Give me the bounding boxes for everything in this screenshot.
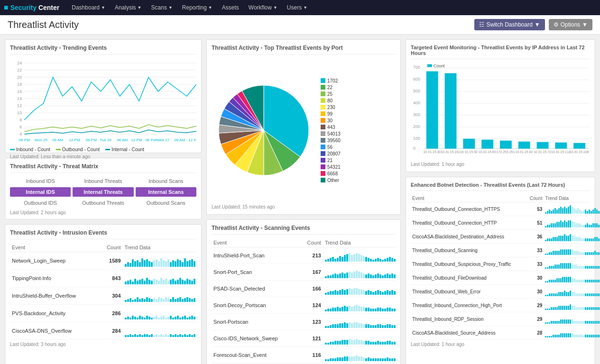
legend-internal: Internal - Count xyxy=(105,147,144,152)
botnet-last-updated: Last Updated: 1 hour ago xyxy=(411,342,590,347)
ip-monitoring-panel: Targeted Event Monitoring - Threatlist E… xyxy=(406,39,595,172)
brand-center: Center xyxy=(38,4,59,11)
scans-caret: ▼ xyxy=(168,5,173,10)
intrusion-trend xyxy=(123,270,196,287)
svg-rect-62 xyxy=(518,142,530,149)
pie-legend-item: 39560 xyxy=(321,138,396,143)
intrusion-row: Network_Login_Sweep 1589 xyxy=(10,252,196,270)
legend-outbound: Outbound - Count xyxy=(56,147,100,152)
pie-color-10 xyxy=(321,145,325,149)
botnet-event-name: Threatlist_Outbound_FileDownload xyxy=(411,271,526,285)
scanning-table: Event Count Trend Data IntruShield-Port_… xyxy=(212,238,396,364)
svg-text:20: 20 xyxy=(17,75,22,80)
pie-color-7 xyxy=(321,125,325,129)
matrix-internal-ids-button[interactable]: Internal IDS xyxy=(10,187,71,197)
pie-color-14 xyxy=(321,171,325,176)
scanning-row: PSAD-Scan_Detected 166 xyxy=(212,281,396,297)
scanning-event-name: Snort-Decoy_Portscan xyxy=(212,297,300,314)
svg-rect-54 xyxy=(445,73,457,148)
navbar: ■ SecurityCenter Dashboard ▼ Analysis ▼ … xyxy=(0,0,600,15)
botnet-count: 33 xyxy=(526,244,544,257)
botnet-count: 53 xyxy=(526,202,544,216)
botnet-detection-panel: Enhanced Botnet Detection - Threatlist E… xyxy=(406,177,595,364)
top-events-last-updated: Last Updated: 15 minutes ago xyxy=(212,204,396,209)
svg-rect-56 xyxy=(463,139,475,149)
pie-legend-item: 21 xyxy=(321,158,396,163)
svg-text:12 PM: 12 PM xyxy=(188,138,196,142)
svg-rect-68 xyxy=(573,143,585,149)
intrusion-trend xyxy=(123,252,196,270)
trending-last-updated: Last Updated: Less than a minute ago xyxy=(10,154,196,159)
inbound-color xyxy=(10,149,15,150)
ip-monitoring-title: Targeted Event Monitoring - Threatlist E… xyxy=(411,45,590,59)
pie-color-4 xyxy=(321,105,325,109)
pie-legend-item: 6668 xyxy=(321,171,396,176)
nav-dashboard[interactable]: Dashboard ▼ xyxy=(67,0,110,15)
botnet-event-name: Threatlist_Outbound_Suspicious_Proxy_Tra… xyxy=(411,257,526,271)
botnet-row: Threatlist_Inbound_RDP_Session 29 xyxy=(411,312,590,326)
bar-chart-svg: 700 600 500 400 300 200 100 0 xyxy=(411,63,590,158)
nav-scans[interactable]: Scans ▼ xyxy=(147,0,177,15)
svg-text:172.253.251: 172.253.251 xyxy=(497,150,515,154)
intrusion-trend xyxy=(123,322,196,340)
users-caret: ▼ xyxy=(303,5,307,10)
botnet-event-name: CiscoASA-Blacklisted_Source_Address xyxy=(411,326,526,340)
scanning-row: Snort-Decoy_Portscan 124 xyxy=(212,297,396,314)
scanning-count: 167 xyxy=(300,264,323,281)
svg-rect-52 xyxy=(426,71,438,148)
svg-text:06 AM: 06 AM xyxy=(52,138,63,142)
intrusion-events-title: Threatlist Activity - Intrusion Events xyxy=(10,229,196,239)
main-content: Threatlist Activity - Trending Events xyxy=(0,35,600,364)
options-button[interactable]: ⚙ Options ▼ xyxy=(549,19,592,30)
svg-text:06 PM: 06 PM xyxy=(146,138,157,142)
top-events-panel: Threatlist Activity - Top Threatlist Eve… xyxy=(206,39,401,215)
nav-workflow[interactable]: Workflow ▼ xyxy=(244,0,282,15)
nav-users[interactable]: Users ▼ xyxy=(282,0,312,15)
botnet-event-name: Threatlist_Outbound_Connection_HTTP xyxy=(411,216,526,230)
svg-text:Wed 27: Wed 27 xyxy=(157,138,170,142)
scanning-event-name: Forescout-Scan_Event xyxy=(212,347,300,364)
botnet-count: 36 xyxy=(526,230,544,244)
matrix-internal-scans-button[interactable]: Internal Scans xyxy=(136,187,196,197)
nav-assets[interactable]: Assets xyxy=(217,0,244,15)
botnet-row: Threatlist_Outbound_Connection_HTTPS 53 xyxy=(411,202,590,216)
pie-legend-item: 54321 xyxy=(321,164,396,170)
right-column: Targeted Event Monitoring - Threatlist E… xyxy=(406,39,595,364)
pie-legend-item: 56 xyxy=(321,145,396,150)
botnet-count: 30 xyxy=(526,285,544,299)
svg-text:6: 6 xyxy=(19,125,22,129)
pie-chart-container xyxy=(212,58,316,202)
switch-dashboard-button[interactable]: ☷ Switch Dashboard ▼ xyxy=(474,19,545,30)
botnet-count: 30 xyxy=(526,271,544,285)
matrix-internal-threats-button[interactable]: Internal Threats xyxy=(73,187,133,197)
pie-color-0 xyxy=(321,78,325,83)
pie-color-8 xyxy=(321,131,325,136)
scanning-count: 116 xyxy=(300,347,323,364)
intrusion-table: Event Count Trend Data Network_Login_Swe… xyxy=(10,243,196,340)
matrix-inbound-threats: Inbound Threats xyxy=(73,177,133,185)
pie-color-13 xyxy=(321,164,325,169)
scanning-count: 213 xyxy=(300,247,323,264)
nav-analysis[interactable]: Analysis ▼ xyxy=(110,0,147,15)
pie-legend-item: 1702 xyxy=(321,78,396,83)
botnet-row: CiscoASA-Blacklisted_Destination_Address… xyxy=(411,230,590,244)
brand-icon: ■ xyxy=(4,3,9,12)
botnet-row: Threatlist_Outbound_FileDownload 30 xyxy=(411,271,590,285)
svg-text:500: 500 xyxy=(413,89,420,93)
scanning-trend xyxy=(323,297,396,314)
pie-color-6 xyxy=(321,118,325,123)
pie-legend-item: 22 xyxy=(321,85,396,90)
nav-reporting[interactable]: Reporting ▼ xyxy=(177,0,217,15)
intrusion-event-name: Network_Login_Sweep xyxy=(10,252,99,270)
scanning-trend xyxy=(323,330,396,347)
options-caret: ▼ xyxy=(582,21,588,28)
scanning-col-trend: Trend Data xyxy=(323,238,396,247)
intrusion-col-count: Count xyxy=(99,243,122,252)
pie-legend-item: 25 xyxy=(321,91,396,97)
svg-text:10.31.15.30: 10.31.15.30 xyxy=(423,150,441,154)
brand-logo[interactable]: ■ SecurityCenter xyxy=(4,3,59,12)
legend-inbound: Inbound - Count xyxy=(10,147,50,152)
svg-text:16: 16 xyxy=(17,89,22,94)
svg-text:0: 0 xyxy=(413,146,415,151)
botnet-event-name: Threatlist_Inbound_RDP_Session xyxy=(411,312,526,326)
